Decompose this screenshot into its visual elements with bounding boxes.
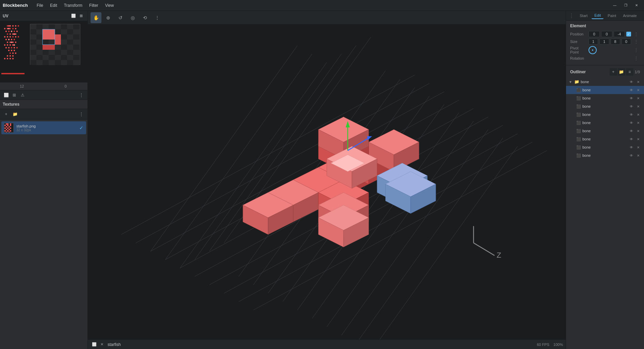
uv-mode-icon[interactable]: ⬜ (70, 12, 77, 20)
viewport[interactable]: ✋ ⊕ ↺ ◎ ⟲ ⋮ (88, 11, 566, 349)
menu-view[interactable]: View (102, 2, 117, 9)
rotation-more[interactable]: ⋮ (632, 56, 640, 61)
item-cube-icon-8: ⬛ (576, 153, 581, 158)
item-close-icon-6[interactable]: ✕ (635, 136, 641, 142)
uv-select-icon[interactable]: ⬜ (2, 91, 10, 99)
uv-num-left: 12 (0, 83, 44, 89)
more-tools[interactable]: ⋮ (152, 12, 163, 23)
outliner-group[interactable]: ▼ 📁 bone 👁 ✕ (566, 78, 644, 86)
tab-paint[interactable]: Paint (605, 13, 619, 19)
group-close-icon[interactable]: ✕ (635, 79, 641, 85)
item-eye-icon-7[interactable]: 👁 (628, 144, 634, 150)
outliner-item-8[interactable]: ⬛ bone 👁 ✕ (566, 151, 644, 160)
maximize-button[interactable]: ❐ (621, 2, 630, 9)
add-texture-icon[interactable]: + (2, 110, 10, 118)
menu-transform[interactable]: Transform (61, 2, 86, 9)
item-close-icon-4[interactable]: ✕ (635, 120, 641, 126)
item-name-6: bone (582, 137, 628, 141)
item-eye-icon-2[interactable]: 👁 (628, 103, 634, 109)
uv-more-icon[interactable]: ⋮ (77, 91, 85, 99)
group-eye-icon[interactable]: 👁 (628, 79, 634, 85)
uv-grid-toggle-icon[interactable]: ⊞ (10, 91, 18, 99)
tab-animate[interactable]: Animate (620, 13, 639, 19)
item-cube-icon-4: ⬛ (576, 121, 581, 125)
minimize-button[interactable]: — (610, 2, 619, 9)
textures-toolbar: + 📁 ⋮ (0, 109, 87, 120)
move-tool[interactable]: ⊕ (103, 12, 114, 23)
item-close-icon-1[interactable]: ✕ (635, 95, 641, 101)
item-name-8: bone (582, 153, 628, 157)
menu-filter[interactable]: Filter (86, 2, 102, 9)
uv-warn-icon[interactable]: ⚠ (18, 91, 27, 99)
rotation-label: Rotation (570, 56, 587, 60)
size-x[interactable] (589, 39, 598, 45)
item-eye-icon-0[interactable]: 👁 (628, 87, 634, 93)
outliner-count: 1/9 (635, 70, 640, 74)
outliner-item-5[interactable]: ⬛ bone 👁 ✕ (566, 127, 644, 135)
pivot-icon[interactable] (589, 46, 597, 54)
menu-file[interactable]: File (33, 2, 47, 9)
outliner-folder-btn[interactable]: 📁 (618, 68, 625, 76)
tab-icon[interactable]: ⬜ (91, 341, 98, 348)
outliner-item-0[interactable]: ⬛ bone 👁 ✕ (566, 86, 644, 94)
pivot-more[interactable]: ⋮ (632, 47, 640, 53)
item-eye-icon-5[interactable]: 👁 (628, 128, 634, 134)
uv-toolbar: ⬜ ⊞ ⚠ ⋮ (0, 90, 87, 100)
texture-item[interactable]: starfish.png 32 x 32px ✓ (1, 121, 86, 134)
position-more[interactable]: ⋮ (632, 31, 640, 37)
item-cube-icon-3: ⬛ (576, 112, 581, 117)
mode-sep: ⋮ (569, 13, 574, 19)
size-y[interactable] (599, 39, 609, 45)
outliner-item-6[interactable]: ⬛ bone 👁 ✕ (566, 135, 644, 143)
item-close-icon-8[interactable]: ✕ (635, 152, 641, 158)
item-eye-icon-4[interactable]: 👁 (628, 120, 634, 126)
item-eye-icon-3[interactable]: 👁 (628, 111, 634, 118)
uv-header: UV ⬜ ⊞ (0, 11, 87, 21)
tab-start[interactable]: Start (577, 13, 590, 19)
group-arrow-icon: ▼ (569, 80, 573, 84)
position-y[interactable] (601, 31, 612, 37)
size-more[interactable]: ⋮ (632, 39, 640, 44)
outliner-item-4[interactable]: ⬛ bone 👁 ✕ (566, 119, 644, 127)
item-close-icon-0[interactable]: ✕ (635, 87, 641, 93)
rotate-tool[interactable]: ↺ (115, 12, 126, 23)
item-actions-6: 👁 ✕ (628, 136, 641, 142)
item-eye-icon-8[interactable]: 👁 (628, 152, 634, 158)
textures-more-icon[interactable]: ⋮ (77, 110, 85, 118)
item-eye-icon-6[interactable]: 👁 (628, 136, 634, 142)
svg-text:Z: Z (497, 251, 501, 259)
item-close-icon-7[interactable]: ✕ (635, 144, 641, 150)
outliner-item-3[interactable]: ⬛ bone 👁 ✕ (566, 110, 644, 119)
item-name-5: bone (582, 129, 628, 133)
item-eye-icon-1[interactable]: 👁 (628, 95, 634, 101)
menu-edit[interactable]: Edit (47, 2, 61, 9)
tab-edit[interactable]: Edit (592, 12, 603, 19)
size-z[interactable] (611, 39, 620, 45)
outliner-item-7[interactable]: ⬛ bone 👁 ✕ (566, 143, 644, 151)
outliner-item-1[interactable]: ⬛ bone 👁 ✕ (566, 94, 644, 102)
svg-marker-72 (367, 136, 372, 140)
position-x[interactable] (589, 31, 600, 37)
hand-tool[interactable]: ✋ (91, 12, 101, 23)
item-close-icon-3[interactable]: ✕ (635, 111, 641, 118)
import-texture-icon[interactable]: 📁 (11, 110, 19, 118)
position-z[interactable] (614, 31, 625, 37)
bottom-bar: ⬜ ✕ starfish 60 FPS 100% (88, 339, 566, 349)
uv-grid-icon[interactable]: ⊞ (77, 12, 85, 20)
position-lock[interactable]: ✓ (626, 32, 631, 36)
position-label: Position (570, 32, 587, 36)
tab-close-icon[interactable]: ✕ (98, 341, 106, 348)
item-close-icon-2[interactable]: ✕ (635, 103, 641, 109)
close-button[interactable]: ✕ (632, 2, 641, 9)
item-cube-icon-2: ⬛ (576, 104, 581, 109)
item-close-icon-5[interactable]: ✕ (635, 128, 641, 134)
item-actions-5: 👁 ✕ (628, 128, 641, 134)
item-actions-2: 👁 ✕ (628, 103, 641, 109)
transform-tool[interactable]: ⟲ (140, 12, 150, 23)
outliner-add-btn[interactable]: + (610, 68, 617, 76)
size-w[interactable] (622, 39, 631, 45)
outliner-list-btn[interactable]: ≡ (626, 68, 633, 76)
orbit-tool[interactable]: ◎ (127, 12, 138, 23)
zoom-display: 100% (553, 343, 563, 347)
outliner-item-2[interactable]: ⬛ bone 👁 ✕ (566, 102, 644, 110)
